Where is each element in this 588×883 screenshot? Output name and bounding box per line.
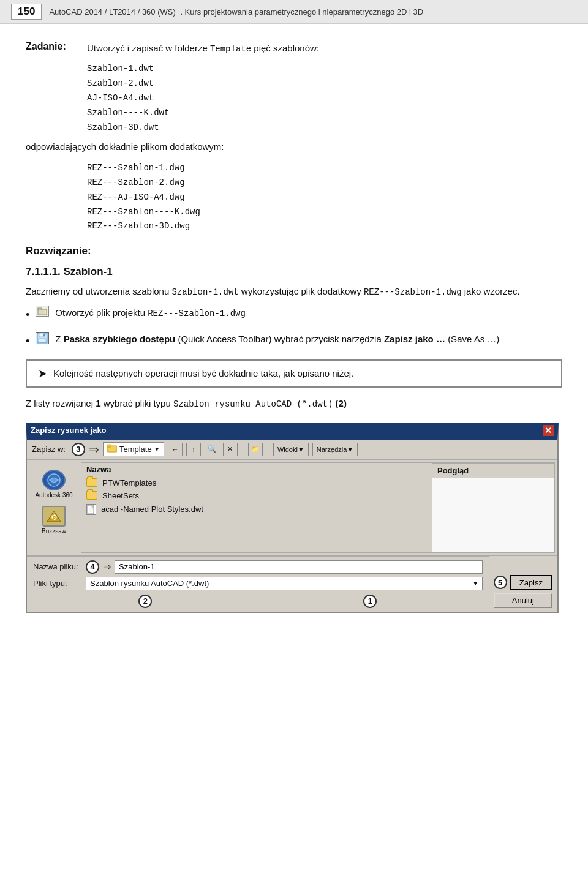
task-files-list: Szablon-1.dwt Szablon-2.dwt AJ-ISO-A4.dw… [87,62,562,135]
tools-arrow: ▼ [347,446,353,453]
callout-4: 4 [86,560,99,574]
list-number-1: 1 [96,398,104,408]
section-711-paragraph: Zaczniemy od utworzenia szablonu Szablon… [26,284,562,299]
autodesk360-label: Autodesk 360 [35,492,72,498]
page-header: 150 AutoCAD 2014 / LT2014 / 360 (WS)+. K… [0,0,588,24]
file-row-1[interactable]: SheetSets [81,489,432,502]
dialog-titlebar: Zapisz rysunek jako ✕ [27,424,557,437]
views-button[interactable]: Widoki ▼ [273,443,309,456]
filetype-value: Szablon rysunku AutoCAD (*.dwt) [90,579,209,588]
delete-toolbar-button[interactable]: ✕ [223,443,238,456]
back-button[interactable]: ← [168,443,183,456]
section-711-heading: 7.1.1.1. Szablon-1 [26,266,562,278]
szablon-dwt-ref: Szablon-1.dwt [172,287,238,297]
info-box-text: Kolejność następnych operacji musi być d… [53,368,353,378]
main-content: Zadanie: Utworzyć i zapisać w folderze T… [0,24,588,630]
svg-text:⚙: ⚙ [50,513,57,522]
dialog-bottom: Nazwa pliku: 4 ⇒ Pliki typu: Szablon rys… [27,556,489,612]
files-header: Nazwa [81,463,432,476]
file-area: Nazwa PTWTemplates SheetSets [81,462,555,553]
dialog-bottom-row: Nazwa pliku: 4 ⇒ Pliki typu: Szablon rys… [27,555,557,612]
col-name: Nazwa [86,465,111,474]
preview-area [432,478,554,552]
dialog-toolbar: Zapisz w: 3 ⇒ Template ▼ ← ↑ 🔍 ✕ 📁 [27,440,557,460]
preview-panel: Podgląd [432,463,554,552]
cancel-button[interactable]: Anuluj [494,593,552,608]
filetype-row: Pliki typu: Szablon rysunku AutoCAD (*.d… [33,577,483,590]
left-panel: Autodesk 360 ⚙ Buzzsaw [29,462,78,553]
save-as-icon [36,332,49,344]
autodesk360-icon [42,470,66,490]
task-file-3: AJ-ISO-A4.dwt [87,91,562,106]
callout-2: 2 [138,595,152,608]
task-intro: Utworzyć i zapisać w folderze [87,43,208,53]
list-instruction: Z listy rozwijanej 1 wybrać pliki typu S… [26,396,562,411]
files-panel: Nazwa PTWTemplates SheetSets [81,463,432,552]
rozwiazanie-label: Rozwiązanie: [26,245,562,257]
preview-header: Podgląd [432,464,554,478]
source-files-list: REZ---Szablon-1.dwg REZ---Szablon-2.dwg … [87,161,562,234]
file-area-content: Nazwa PTWTemplates SheetSets [81,463,554,552]
bullet-dot-1: • [26,306,29,325]
task-label: Zadanie: [26,41,87,52]
task-text: Utworzyć i zapisać w folderze Template p… [87,41,562,56]
dialog-title: Zapisz rysunek jako [31,426,107,435]
page-title: AutoCAD 2014 / LT2014 / 360 (WS)+. Kurs … [49,7,423,17]
list-item-open: • Otworzyć plik projektu REZ---Szablon-1… [26,306,562,325]
current-folder: Template [119,445,152,454]
file-name-0: PTWTemplates [102,478,156,487]
tools-button[interactable]: Narzędzia ▼ [312,443,358,456]
src-file-5: REZ---Szablon-3D.dwg [87,219,562,234]
info-arrow-icon: ➤ [38,367,47,380]
save-as-label: Zapisz jako … [384,334,445,344]
combo-arrow-icon: ▼ [154,446,160,453]
dialog-body: Autodesk 360 ⚙ Buzzsaw [27,460,557,555]
src-file-1: REZ---Szablon-1.dwg [87,161,562,176]
file-row-2[interactable]: acad -Named Plot Styles.dwt [81,502,432,517]
file-row-0[interactable]: PTWTemplates [81,476,432,489]
callout-5: 5 [494,576,507,589]
bullet-dot-2: • [26,333,29,351]
save-location-combo[interactable]: Template ▼ [103,442,164,456]
search-toolbar-button[interactable]: 🔍 [205,443,219,456]
task-rest: pięć szablonów: [254,43,319,53]
filename-input[interactable] [115,560,483,574]
left-panel-autodesk360[interactable]: Autodesk 360 [32,467,75,501]
filetype-label: Pliki typu: [33,579,82,588]
new-folder-button[interactable]: 📁 [248,443,263,456]
file-type-code: Szablon rysunku AutoCAD (*.dwt) [173,399,333,409]
save-dialog: Zapisz rysunek jako ✕ Zapisz w: 3 ⇒ Temp… [26,423,559,613]
filename-row: Nazwa pliku: 4 ⇒ [33,560,483,574]
bullet-2-text: Z Paska szybkiego dostępu (Quick Access … [55,332,499,347]
toolbar-separator [243,443,243,456]
dialog-close-button[interactable]: ✕ [543,425,554,436]
save-in-label: Zapisz w: [32,445,66,454]
task-file-4: Szablon----K.dwt [87,106,562,121]
folder-small-icon [107,444,117,454]
quick-access-toolbar: Paska szybkiego dostępu [64,334,176,344]
odpowiadajacych-text: odpowiadających dokładnie plikom dodatko… [26,140,562,155]
arrow-to-folder: ⇒ [89,442,99,457]
instruction-list: • Otworzyć plik projektu REZ---Szablon-1… [26,306,562,350]
task-block: Zadanie: Utworzyć i zapisać w folderze T… [26,41,562,56]
up-button[interactable]: ↑ [186,443,201,456]
task-file-1: Szablon-1.dwt [87,62,562,77]
svg-rect-6 [39,333,44,337]
src-file-4: REZ---Szablon----K.dwg [87,205,562,220]
save-button[interactable]: Zapisz [510,575,552,590]
task-folder: Template [210,44,251,54]
list-number-2: (2) [336,398,347,408]
rez-dwg-bullet: REZ---Szablon-1.dwg [148,309,246,318]
toolbar-separator-2 [268,443,268,456]
src-file-3: REZ---AJ-ISO-A4.dwg [87,190,562,205]
buzzsaw-label: Buzzsaw [42,528,66,535]
svg-rect-8 [43,334,45,336]
folder-icon-sheetsets [86,491,97,500]
filename-label: Nazwa pliku: [33,562,82,571]
list-item-save: • Z Paska szybkiego dostępu (Quick Acces… [26,332,562,351]
svg-rect-1 [38,308,42,310]
folder-icon-ptw [86,478,97,487]
filetype-combo[interactable]: Szablon rysunku AutoCAD (*.dwt) ▼ [86,577,483,590]
left-panel-buzzsaw[interactable]: ⚙ Buzzsaw [39,503,69,537]
callout-row-bottom: 2 1 [33,595,483,608]
